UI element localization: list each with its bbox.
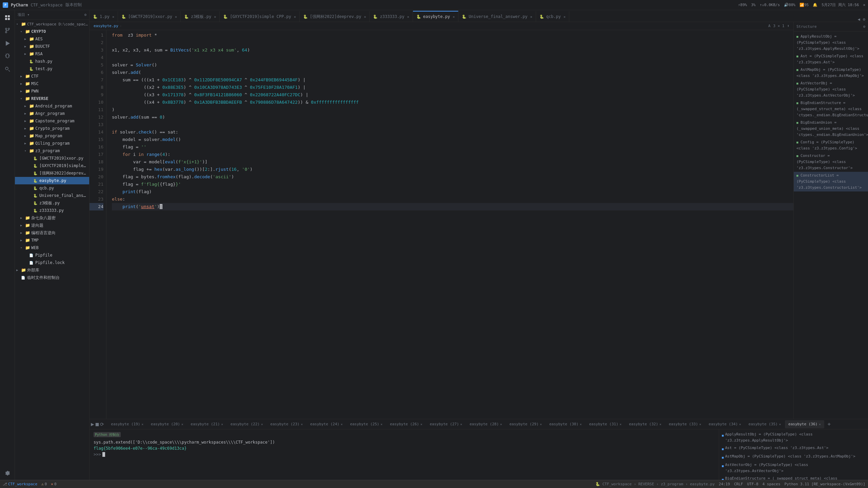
structure-item[interactable]: ■ BigEndianStructure = (_swapped_struct_… [794,99,868,119]
tab-gwctf[interactable]: 🐍 [GWCTF2019]xxor.py ✕ [118,11,181,22]
rt-item[interactable]: ■ Ast = (PyCSimpleType) <class 'z3.z3typ… [722,444,865,453]
term-tab-28[interactable]: easybyte (28) ✕ [466,420,506,428]
tree-buuctf[interactable]: ▶ 📁 BUUCTF [15,43,89,50]
term-tab-32[interactable]: easybyte (32) ✕ [626,420,665,428]
search-icon[interactable] [1,63,14,75]
term-tab-22[interactable]: easybyte (22) ✕ [227,420,267,428]
tab-close-gwctf[interactable]: ✕ [175,15,177,19]
tab-close-universe[interactable]: ✕ [530,15,532,19]
code-area[interactable]: from z3 import * x1, x2, x3, x4, sum = B… [106,30,793,419]
encoding-status[interactable]: UTF-8 [747,482,758,486]
tree-crypto[interactable]: ▾ 📁 CRYPTO [15,28,89,35]
structure-item[interactable]: ■ Config = (PyCSimpleType) <class 'z3.z3… [794,139,868,152]
tab-close-easybyte[interactable]: ✕ [453,15,455,19]
tree-misc[interactable]: ▶ 📁 杂七杂八题密 [15,214,89,222]
term-close-19[interactable]: ✕ [141,423,143,426]
line-col-status[interactable]: 24:19 [719,482,730,486]
tree-web[interactable]: ▾ 📁 WEB [15,244,89,251]
tab-gxyctf[interactable]: 🐍 [GXYCTF2019]simple CPP.py ✕ [220,11,300,22]
term-tab-26[interactable]: easybyte (26) ✕ [387,420,426,428]
rt-item[interactable]: ■ BigEndianStructure = (_swapped_struct_… [722,475,865,480]
tab-close-1py[interactable]: ✕ [112,15,114,19]
structure-item[interactable]: ■ Ast = (PyCSimpleType) <class 'z3.z3typ… [794,53,868,66]
term-close-32[interactable]: ✕ [659,423,661,426]
term-tab-34[interactable]: easybyte (34) ✕ [705,420,745,428]
expand-icon[interactable]: ⬆ [787,24,789,28]
tab-z3template[interactable]: 🐍 z3模板.py ✕ [181,11,220,22]
term-close-36[interactable]: ✕ [819,423,821,426]
tree-reversing[interactable]: ▶ 📁 逆向题 [15,222,89,229]
tab-close-deeprev[interactable]: ✕ [364,15,366,19]
run-icon[interactable] [1,37,14,49]
term-tab-20[interactable]: easybyte (20) ✕ [147,420,187,428]
tree-plang[interactable]: ▶ 📁 编程语言逆向 [15,229,89,237]
term-close-26[interactable]: ✕ [420,423,422,426]
tree-map[interactable]: ▶ 📁 Map_program [15,132,89,140]
tab-deeprev[interactable]: 🐍 [强网杯2022]deeprev.py ✕ [300,11,370,22]
terminal-left[interactable]: Python 控制台 sys.path.extend(['D:\\code_sp… [90,429,719,480]
tree-piplock[interactable]: ▶ 📄 Pipfile.lock [15,259,89,266]
tree-reverse[interactable]: ▾ 📁 REVERSE [15,95,89,102]
term-tab-35[interactable]: easybyte (35) ✕ [745,420,785,428]
term-close-29[interactable]: ✕ [540,423,542,426]
terminal-prompt[interactable]: >>> [94,451,715,458]
tab-universe[interactable]: 🐍 Universe_final_answer.py ✕ [458,11,536,22]
term-close-34[interactable]: ✕ [739,423,741,426]
tree-angr[interactable]: ▶ 📁 Angr_program [15,110,89,117]
term-close-25[interactable]: ✕ [380,423,382,426]
structure-item[interactable]: ■ ConstructorList = (PyCSimpleType) <cla… [794,172,868,191]
tree-deeprev[interactable]: ▶ 🐍 [强网杯2022]deeprev.py [15,169,89,177]
tree-aes[interactable]: ▶ 📁 AES [15,35,89,43]
term-close-28[interactable]: ✕ [500,423,502,426]
term-close-21[interactable]: ✕ [221,423,223,426]
term-close-23[interactable]: ✕ [301,423,302,426]
tree-pwn[interactable]: ▶ 📁 PWN [15,87,89,95]
tree-msc[interactable]: ▶ 📁 MSC [15,80,89,87]
warnings-status[interactable]: ⚠ 0 [41,482,47,486]
indent-status[interactable]: 4 spaces [763,482,781,486]
structure-item[interactable]: ■ ApplyResultObj = (PyCSimpleType) <clas… [794,33,868,53]
tree-pipfile[interactable]: ▶ 📄 Pipfile [15,251,89,259]
workspace-label[interactable]: CTF_workspace [31,3,63,7]
tree-universe[interactable]: ▶ 🐍 Universe_final_answer.py [15,192,89,199]
python-version-status[interactable]: Python 3.11 [RE_workspace-(VxGmt09)] [785,482,865,486]
errors-status[interactable]: ✕ 0 [51,482,56,486]
term-tab-25[interactable]: easybyte (25) ✕ [347,420,386,428]
tree-qcb[interactable]: ▶ 🐍 qcb.py [15,184,89,192]
term-tab-21[interactable]: easybyte (21) ✕ [187,420,226,428]
debug-icon[interactable] [1,50,14,62]
tab-qcb[interactable]: 🐍 qcb.py ✕ [536,11,569,22]
terminal-controls[interactable]: ▶ ■ ⟳ [91,421,104,427]
term-tab-19[interactable]: easybyte (19) ✕ [107,420,147,428]
term-close-22[interactable]: ✕ [261,423,263,426]
crlf-status[interactable]: CRLF [734,482,743,486]
term-tab-30[interactable]: easybyte (30) ✕ [546,420,585,428]
tree-hash[interactable]: ▶ 🐍 hash.py [15,58,89,65]
tree-z3template[interactable]: ▶ 🐍 z3模板.py [15,199,89,207]
tab-close-qcb[interactable]: ✕ [564,15,566,19]
tree-gwctf[interactable]: ▶ 🐍 [GWCTF2019]xxor.py [15,155,89,162]
term-tab-27[interactable]: easybyte (27) ✕ [426,420,466,428]
tree-test[interactable]: ▶ 🐍 test.py [15,65,89,73]
term-tab-23[interactable]: easybyte (23) ✕ [267,420,306,428]
tree-ctf[interactable]: ▶ 📁 CTF [15,73,89,80]
term-tab-33[interactable]: easybyte (33) ✕ [666,420,705,428]
term-close-31[interactable]: ✕ [620,423,622,426]
tree-qiling[interactable]: ▶ 📁 Qiling_program [15,140,89,147]
settings-icon[interactable] [1,468,14,480]
tab-close-gxyctf[interactable]: ✕ [294,15,296,19]
tree-android[interactable]: ▶ 📁 Android_program [15,102,89,110]
tree-tmp[interactable]: ▶ 📁 TMP [15,237,89,244]
tree-crypto-prog[interactable]: ▶ 📁 Crypto_program [15,125,89,132]
tree-extlib[interactable]: ▶ 📁 外部库 [15,266,89,274]
rt-item[interactable]: ■ ApplyResultObj = (PyCSimpleType) <clas… [722,431,865,444]
term-close-27[interactable]: ✕ [460,423,462,426]
vcs-label[interactable]: 版本控制 [65,2,82,8]
rt-item[interactable]: ■ AstMapObj = (PyCSimpleType) <class 'z3… [722,453,865,461]
term-tab-24[interactable]: easybyte (24) ✕ [307,420,346,428]
term-close-33[interactable]: ✕ [699,423,701,426]
tab-1py[interactable]: 🐍 1.py ✕ [90,11,118,22]
term-tab-31[interactable]: easybyte (31) ✕ [586,420,625,428]
add-terminal[interactable]: + [825,421,834,427]
tab-z333[interactable]: 🐍 z333333.py ✕ [370,11,413,22]
